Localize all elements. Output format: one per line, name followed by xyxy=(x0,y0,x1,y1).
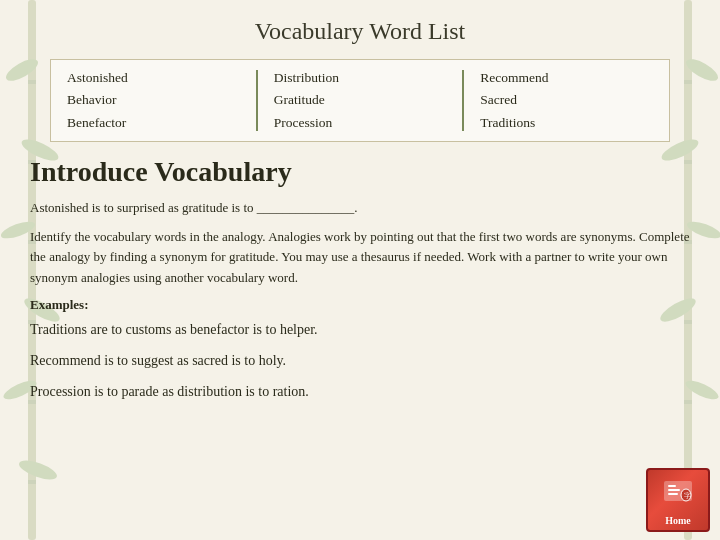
svg-rect-26 xyxy=(668,489,680,491)
divider-2 xyxy=(462,70,464,131)
svg-rect-6 xyxy=(28,480,36,484)
analogy-sentence: Astonished is to surprised as gratitude … xyxy=(30,198,690,219)
word-col-2: Distribution Gratitude Procession xyxy=(274,68,447,133)
example-2: Recommend is to suggest as sacred is to … xyxy=(30,350,690,371)
word-list-box: Astonished Behavior Benefactor Distribut… xyxy=(50,59,670,142)
word-col-3: Recommend Sacred Traditions xyxy=(480,68,653,133)
svg-text:字: 字 xyxy=(684,492,691,500)
introduce-title: Introduce Vocabulary xyxy=(30,156,690,188)
word-astonished: Astonished xyxy=(67,68,240,88)
example-3: Procession is to parade as distribution … xyxy=(30,381,690,402)
analogy-text: Astonished is to surprised as gratitude … xyxy=(30,200,358,215)
word-distribution: Distribution xyxy=(274,68,447,88)
home-button[interactable]: 字 Home xyxy=(646,468,710,532)
word-benefactor: Benefactor xyxy=(67,113,240,133)
word-sacred: Sacred xyxy=(480,90,653,110)
home-icon: 字 xyxy=(660,475,696,511)
body-paragraph: Identify the vocabulary words in the ana… xyxy=(30,227,690,289)
word-gratitude: Gratitude xyxy=(274,90,447,110)
examples-label: Examples: xyxy=(30,297,690,313)
example-1: Traditions are to customs as benefactor … xyxy=(30,319,690,340)
divider-1 xyxy=(256,70,258,131)
word-behavior: Behavior xyxy=(67,90,240,110)
home-button-inner[interactable]: 字 Home xyxy=(646,468,710,532)
home-button-label[interactable]: Home xyxy=(665,515,691,526)
page-title: Vocabulary Word List xyxy=(30,18,690,45)
svg-rect-27 xyxy=(668,493,678,495)
word-traditions: Traditions xyxy=(480,113,653,133)
svg-rect-25 xyxy=(668,485,676,487)
svg-point-12 xyxy=(17,457,59,484)
word-recommend: Recommend xyxy=(480,68,653,88)
word-procession: Procession xyxy=(274,113,447,133)
word-col-1: Astonished Behavior Benefactor xyxy=(67,68,240,133)
main-content: Vocabulary Word List Astonished Behavior… xyxy=(0,0,720,422)
